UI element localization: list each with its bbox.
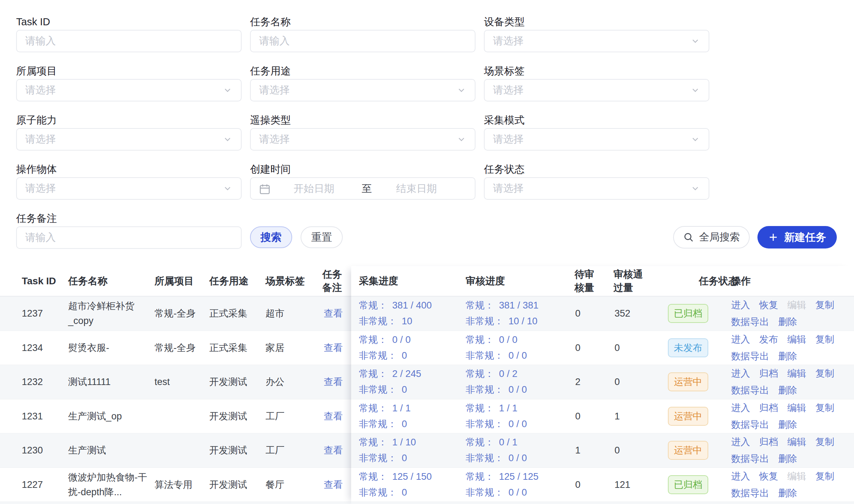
action-copy[interactable]: 复制 bbox=[815, 298, 834, 312]
col-purpose: 任务用途 bbox=[209, 266, 249, 296]
action-delete[interactable]: 删除 bbox=[778, 383, 797, 398]
action-edit[interactable]: 编辑 bbox=[787, 400, 806, 415]
chevron-down-icon bbox=[690, 184, 700, 193]
scene-cell: 工厂 bbox=[265, 409, 284, 424]
collect-mode-select[interactable]: 请选择 bbox=[484, 128, 709, 151]
action-copy[interactable]: 复制 bbox=[815, 435, 834, 449]
review-progress: 常规：0 / 2 非常规：0 / 0 bbox=[466, 366, 568, 398]
remark-view-link[interactable]: 查看 bbox=[324, 443, 343, 458]
project-cell: 常规-全身 bbox=[155, 306, 197, 321]
start-date-input[interactable]: 开始日期 bbox=[294, 178, 334, 199]
action-export[interactable]: 数据导出 bbox=[731, 451, 769, 466]
device-type-select[interactable]: 请选择 bbox=[484, 30, 709, 52]
task-status-select[interactable]: 请选择 bbox=[484, 177, 709, 200]
scene-tag-select[interactable]: 请选择 bbox=[484, 79, 709, 101]
scene-cell: 餐厅 bbox=[265, 477, 284, 492]
field-label: 原子能力 bbox=[16, 114, 242, 126]
col-task-name: 任务名称 bbox=[68, 266, 107, 296]
table-row: 常规：2 / 245 非常规：0 常规：0 / 2 非常规：0 / 0 2 0 … bbox=[351, 365, 854, 399]
action-delete[interactable]: 删除 bbox=[778, 349, 797, 364]
operation-object-select[interactable]: 请选择 bbox=[16, 177, 242, 200]
action-export[interactable]: 数据导出 bbox=[731, 486, 769, 500]
action-delete[interactable]: 删除 bbox=[778, 314, 797, 329]
col-scene: 场景标签 bbox=[265, 266, 305, 296]
action-delete[interactable]: 删除 bbox=[778, 451, 797, 466]
remark-view-link[interactable]: 查看 bbox=[324, 409, 343, 424]
actions-cell: 进入 归档 编辑 复制 数据导出 删除 bbox=[731, 400, 848, 432]
approved-count: 1 bbox=[615, 409, 620, 424]
field-label: 任务状态 bbox=[484, 163, 709, 175]
project-select[interactable]: 请选择 bbox=[16, 79, 242, 101]
task-remark-input[interactable]: 请输入 bbox=[16, 226, 242, 249]
task-name-cell: 测试11111 bbox=[68, 374, 150, 389]
action-delete[interactable]: 删除 bbox=[778, 486, 797, 500]
filter-task-status: 任务状态 请选择 bbox=[484, 163, 709, 175]
action-archive[interactable]: 归档 bbox=[759, 366, 778, 381]
pending-count: 1 bbox=[575, 443, 580, 458]
pending-count: 2 bbox=[575, 374, 580, 389]
action-enter[interactable]: 进入 bbox=[731, 469, 750, 484]
table-row: 1232 测试11111 test 开发测试 办公 查看 bbox=[0, 365, 351, 399]
status-cell: 运营中 bbox=[668, 372, 708, 391]
table-row: 1231 生产测试_op 开发测试 工厂 查看 bbox=[0, 399, 351, 434]
task-name-input[interactable]: 请输入 bbox=[250, 30, 475, 52]
action-restore[interactable]: 恢复 bbox=[759, 469, 778, 484]
filter-task-remark: 任务备注 请输入 bbox=[16, 212, 242, 225]
atomic-ability-select[interactable]: 请选择 bbox=[16, 128, 242, 151]
action-restore[interactable]: 恢复 bbox=[759, 298, 778, 312]
action-enter[interactable]: 进入 bbox=[731, 298, 750, 312]
task-name-cell: 熨烫衣服- bbox=[68, 340, 150, 355]
task-id-input[interactable]: 请输入 bbox=[16, 30, 242, 52]
task-purpose-select[interactable]: 请选择 bbox=[250, 79, 475, 101]
scene-cell: 工厂 bbox=[265, 443, 284, 458]
scene-cell: 超市 bbox=[265, 306, 284, 321]
create-time-range-picker[interactable]: 开始日期 至 结束日期 bbox=[250, 177, 475, 200]
approved-count: 0 bbox=[615, 340, 620, 355]
global-search-button[interactable]: 全局搜索 bbox=[673, 226, 750, 248]
action-archive[interactable]: 归档 bbox=[759, 435, 778, 449]
table-row: 1227 微波炉加热食物-干扰-depth降... 算法专用 开发测试 餐厅 查… bbox=[0, 468, 351, 502]
teleop-type-select[interactable]: 请选择 bbox=[250, 128, 475, 151]
action-edit[interactable]: 编辑 bbox=[787, 366, 806, 381]
action-copy[interactable]: 复制 bbox=[815, 366, 834, 381]
end-date-input[interactable]: 结束日期 bbox=[396, 178, 437, 199]
action-enter[interactable]: 进入 bbox=[731, 435, 750, 449]
action-archive[interactable]: 归档 bbox=[759, 400, 778, 415]
status-badge: 运营中 bbox=[668, 372, 708, 391]
reset-button[interactable]: 重置 bbox=[301, 226, 343, 248]
action-copy[interactable]: 复制 bbox=[815, 332, 834, 347]
remark-view-link[interactable]: 查看 bbox=[324, 306, 343, 321]
purpose-cell: 正式采集 bbox=[209, 306, 247, 321]
actions-cell: 进入 恢复 编辑 复制 数据导出 删除 bbox=[731, 298, 848, 329]
table-row: 1237 超市冷鲜柜补货_copy 常规-全身 正式采集 超市 查看 bbox=[0, 297, 351, 331]
action-publish[interactable]: 发布 bbox=[759, 332, 778, 347]
action-enter[interactable]: 进入 bbox=[731, 400, 750, 415]
pending-count: 0 bbox=[575, 306, 580, 321]
action-delete[interactable]: 删除 bbox=[778, 417, 797, 432]
status-cell: 已归档 bbox=[668, 304, 708, 323]
action-export[interactable]: 数据导出 bbox=[731, 349, 769, 364]
action-edit[interactable]: 编辑 bbox=[787, 332, 806, 347]
new-task-button[interactable]: 新建任务 bbox=[757, 226, 837, 248]
status-cell: 未发布 bbox=[668, 338, 708, 357]
remark-view-link[interactable]: 查看 bbox=[324, 340, 343, 355]
action-edit[interactable]: 编辑 bbox=[787, 435, 806, 449]
action-copy[interactable]: 复制 bbox=[815, 469, 834, 484]
search-button[interactable]: 搜索 bbox=[250, 226, 292, 248]
action-export[interactable]: 数据导出 bbox=[731, 314, 769, 329]
collect-progress: 常规：381 / 400 非常规：10 bbox=[359, 298, 461, 329]
action-copy[interactable]: 复制 bbox=[815, 400, 834, 415]
remark-view-link[interactable]: 查看 bbox=[324, 477, 343, 492]
col-approved: 审核通过量 bbox=[613, 266, 645, 296]
action-enter[interactable]: 进入 bbox=[731, 332, 750, 347]
project-cell: 常规-全身 bbox=[155, 340, 197, 355]
chevron-down-icon bbox=[223, 184, 232, 193]
action-export[interactable]: 数据导出 bbox=[731, 383, 769, 398]
col-task-id: Task ID bbox=[22, 266, 56, 296]
col-collect-progress: 采集进度 bbox=[359, 266, 398, 296]
action-enter[interactable]: 进入 bbox=[731, 366, 750, 381]
remark-view-link[interactable]: 查看 bbox=[324, 374, 343, 389]
action-export[interactable]: 数据导出 bbox=[731, 417, 769, 432]
field-label: 所属项目 bbox=[16, 65, 242, 77]
approved-count: 0 bbox=[615, 443, 620, 458]
